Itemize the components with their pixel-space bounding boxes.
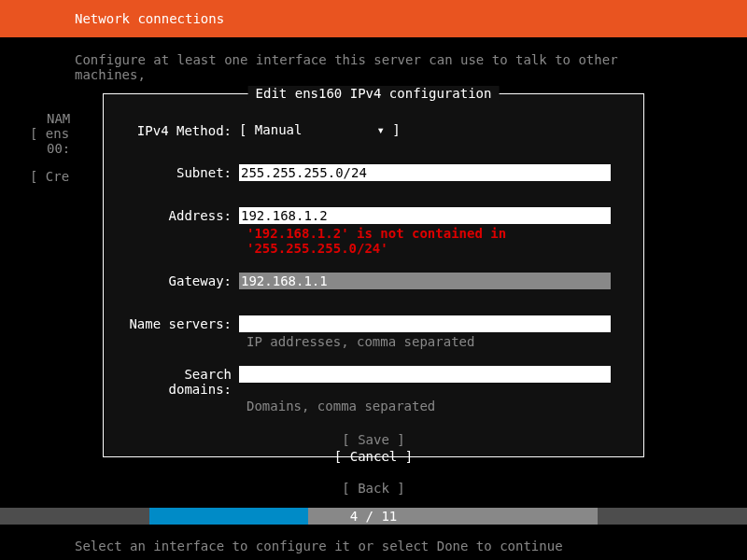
searchdomains-hint: Domains, comma separated [122,399,625,413]
gateway-row: Gateway: 192.168.1.1 [122,273,625,289]
save-button[interactable]: [ Save ] [122,432,625,447]
progress-bar: 4 / 11 [149,508,598,525]
dialog-buttons: [ Save ] [ Cancel ] [122,432,625,464]
progress-text: 4 / 11 [149,509,598,524]
edit-network-dialog: Edit ens160 IPv4 configuration IPv4 Meth… [103,93,644,457]
gateway-input[interactable]: 192.168.1.1 [239,273,611,289]
back-button-container: [ Back ] [0,481,747,496]
method-selected: [ Manual [239,122,302,137]
dialog-title: Edit ens160 IPv4 configuration [248,86,500,101]
address-error: '192.168.1.2' is not contained in '255.2… [122,226,625,256]
method-label: IPv4 Method: [122,122,239,138]
method-dropdown[interactable]: [ Manual▾ ] [239,122,401,137]
bg-zeros: 00: [47,140,70,157]
back-button[interactable]: [ Back ] [342,481,404,496]
address-input[interactable]: 192.168.1.2 [239,207,611,224]
bg-cre: [ Cre [30,168,69,185]
nameservers-input[interactable] [239,315,611,332]
footer-instruction: Select an interface to configure it or s… [75,539,563,553]
method-row: IPv4 Method: [ Manual▾ ] [122,122,625,138]
nameservers-hint: IP addresses, comma separated [122,334,625,349]
searchdomains-input[interactable] [239,366,611,383]
nameservers-label: Name servers: [122,315,239,331]
address-label: Address: [122,207,239,223]
page-title: Network connections [75,11,224,26]
progress-backdrop: 4 / 11 [0,508,747,525]
chevron-down-icon: ▾ ] [376,122,400,137]
nameservers-row: Name servers: [122,315,625,332]
config-instruction: Configure at least one interface this se… [0,37,747,91]
gateway-label: Gateway: [122,273,239,288]
dialog-content: IPv4 Method: [ Manual▾ ] Subnet: 255.255… [104,94,643,473]
subnet-label: Subnet: [122,164,239,180]
address-row: Address: 192.168.1.2 [122,207,625,224]
searchdomains-label: Search domains: [122,366,239,397]
cancel-button[interactable]: [ Cancel ] [122,449,625,464]
header-bar: Network connections [0,0,747,37]
subnet-input[interactable]: 255.255.255.0/24 [239,164,611,181]
subnet-row: Subnet: 255.255.255.0/24 [122,164,625,181]
searchdomains-row: Search domains: [122,366,625,397]
